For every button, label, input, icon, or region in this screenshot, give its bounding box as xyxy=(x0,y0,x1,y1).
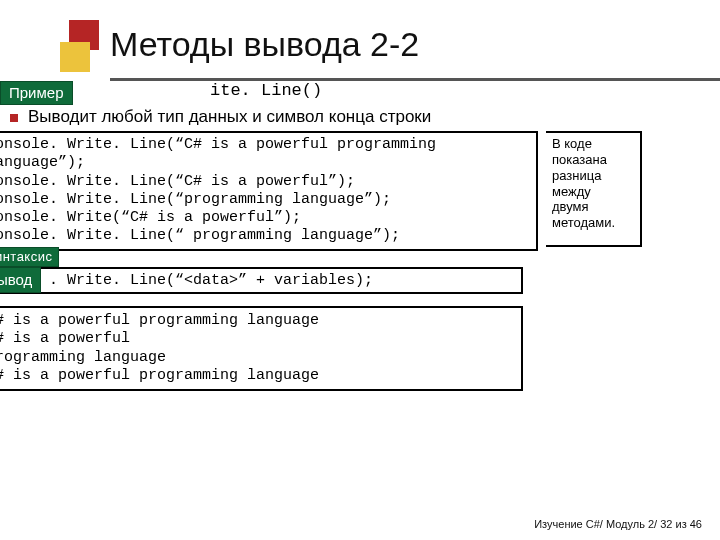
output-block-text: C# is a powerful programming language C#… xyxy=(0,312,515,385)
output-block: C# is a powerful programming language C#… xyxy=(0,306,523,391)
fragment-method-name: ite. Line() xyxy=(210,81,322,100)
bullet-description: Выводит любой тип данных и символ конца … xyxy=(10,107,431,127)
footer-pager: Изучение C#/ Модуль 2/ 32 из 46 xyxy=(534,518,702,530)
bullet-text: Выводит любой тип данных и символ конца … xyxy=(28,107,431,126)
page-title: Методы вывода 2-2 xyxy=(110,25,720,64)
code-block-syntax: Console. Write. Line(“<data>” + variable… xyxy=(0,267,523,294)
side-comment-text: В коде показана разница между двумя мето… xyxy=(552,136,636,231)
code-block-example-text: Console. Write. Line(“C# is a powerful p… xyxy=(0,136,530,246)
label-example: Пример xyxy=(0,81,73,105)
code-block-syntax-text: . Write. Line(“<data>” + variables); xyxy=(49,272,373,289)
bullet-icon xyxy=(10,114,18,122)
label-output: Вывод xyxy=(0,267,41,293)
side-comment: В коде показана разница между двумя мето… xyxy=(546,131,642,247)
code-block-example: Console. Write. Line(“C# is a powerful p… xyxy=(0,131,538,251)
label-syntax-overlapped: Синтаксис xyxy=(0,247,59,267)
